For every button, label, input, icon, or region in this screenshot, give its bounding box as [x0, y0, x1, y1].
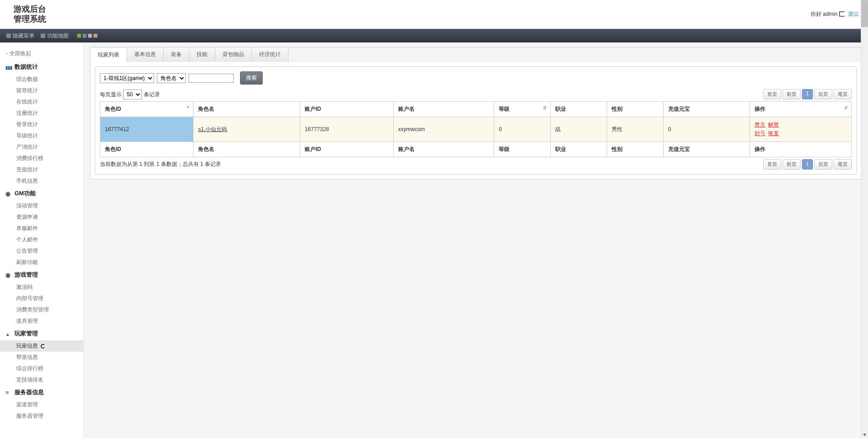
icon-user	[5, 330, 12, 337]
logout-link[interactable]: 退出	[848, 11, 859, 17]
cell-account-id: 16777328	[300, 117, 393, 142]
nav-item[interactable]: 玩家信息	[0, 340, 83, 352]
op-link[interactable]: 解禁	[768, 121, 779, 129]
table-header-row: 角色ID角色名账户ID账户名等级职业性别充值元宝操作	[100, 102, 852, 117]
op-link[interactable]: 封号	[755, 129, 765, 138]
record-info: 当前数据为从第 1 到第 1 条数据；总共有 1 条记录	[100, 160, 221, 168]
hide-menu-label: 隐藏菜单	[13, 32, 34, 40]
logo: 游戏后台 管理系统	[9, 5, 46, 24]
col-6[interactable]: 性别	[607, 102, 664, 117]
tab-4[interactable]: 背包物品	[215, 47, 252, 62]
nav-item[interactable]: 服务器管理	[0, 410, 83, 422]
nav-item[interactable]: 充值统计	[0, 164, 83, 175]
nav-item[interactable]: 刷新功能	[0, 257, 83, 268]
footer-col-5: 职业	[551, 142, 607, 157]
col-2[interactable]: 账户ID	[300, 102, 393, 117]
pager-first[interactable]: 首页	[763, 89, 781, 99]
nav-item[interactable]: 综合排行榜	[0, 363, 83, 374]
pager-first[interactable]: 首页	[763, 159, 781, 170]
pager-prev[interactable]: 前页	[783, 89, 801, 99]
hide-menu-link[interactable]: 隐藏菜单	[6, 32, 34, 40]
cell-role-name: s1.小仙元码	[193, 117, 300, 142]
col-3[interactable]: 账户名	[393, 102, 494, 117]
role-name-link[interactable]: s1.小仙元码	[198, 126, 227, 132]
pager-page-1[interactable]: 1	[802, 159, 813, 170]
col-4[interactable]: 等级	[494, 102, 551, 117]
table-controls-top: 每页显示 50 条记录 首页前页1后页尾页	[100, 89, 852, 99]
op-link[interactable]: 恢复	[768, 129, 779, 138]
tab-2[interactable]: 装备	[164, 47, 189, 62]
swatch-green[interactable]	[77, 33, 81, 38]
nav-item[interactable]: 留存统计	[0, 85, 83, 96]
key-select[interactable]: 角色名	[157, 73, 186, 83]
nav-item[interactable]: 活动管理	[0, 200, 83, 212]
nav-item[interactable]: 内部号管理	[0, 293, 83, 304]
col-1[interactable]: 角色名	[193, 102, 300, 117]
nav-item[interactable]: 等级统计	[0, 130, 83, 141]
greeting-prefix: 你好	[811, 11, 823, 17]
nav-group-3[interactable]: 玩家管理	[0, 327, 83, 340]
nav-group-2[interactable]: 游戏管理	[0, 268, 83, 282]
per-page-control: 每页显示 50 条记录	[100, 89, 160, 99]
tab-0[interactable]: 玩家列表	[90, 48, 127, 62]
nav-item[interactable]: 单服邮件	[0, 223, 83, 234]
nav-item[interactable]: 消费类型管理	[0, 304, 83, 316]
nav-group-0[interactable]: 数据统计	[0, 60, 83, 74]
nav-item[interactable]: 资源申请	[0, 212, 83, 223]
icon-wechat	[5, 190, 12, 197]
sitemap-label: 功能地图	[47, 32, 69, 40]
nav-item[interactable]: 公告管理	[0, 245, 83, 257]
tab-5[interactable]: 经济统计	[252, 47, 288, 62]
col-5[interactable]: 职业	[551, 102, 607, 117]
nav-group-title-label: 数据统计	[14, 63, 38, 71]
pager-last[interactable]: 尾页	[834, 159, 852, 170]
pager-next[interactable]: 后页	[814, 159, 832, 170]
nav-item[interactable]: 综合数据	[0, 74, 83, 85]
footer-col-3: 账户名	[393, 142, 494, 157]
swatch-salmon[interactable]	[93, 33, 98, 38]
collapse-all[interactable]: - 全部收起	[0, 47, 83, 60]
nav-group-4[interactable]: 服务器信息	[0, 386, 83, 399]
scroll-down-icon[interactable]: ▼	[861, 432, 868, 437]
col-8[interactable]: 操作	[750, 102, 852, 117]
server-select[interactable]: 1-双线1区(game)	[100, 73, 154, 83]
col-0[interactable]: 角色ID	[100, 102, 193, 117]
pager-last[interactable]: 尾页	[834, 89, 852, 99]
nav-item[interactable]: 在线统计	[0, 96, 83, 108]
table-controls-bottom: 当前数据为从第 1 到第 1 条数据；总共有 1 条记录 首页前页1后页尾页	[100, 159, 852, 170]
icon-server	[5, 389, 12, 396]
nav-group-title-label: 游戏管理	[14, 271, 38, 279]
search-input[interactable]	[189, 74, 234, 83]
pager-next[interactable]: 后页	[814, 89, 832, 99]
sitemap-link[interactable]: 功能地图	[41, 32, 69, 40]
tab-3[interactable]: 技能	[189, 47, 215, 62]
nav-item[interactable]: 道具管理	[0, 316, 83, 327]
nav-item[interactable]: 产消统计	[0, 141, 83, 153]
nav-group-1[interactable]: GM功能	[0, 187, 83, 200]
nav-item[interactable]: 激活码	[0, 282, 83, 293]
per-page-select[interactable]: 50	[123, 89, 142, 99]
scroll-thumb[interactable]	[861, 0, 868, 27]
pager-page-1[interactable]: 1	[802, 89, 813, 99]
nav-item[interactable]: 帮派信息	[0, 352, 83, 363]
nav-group-title-label: 服务器信息	[14, 388, 44, 396]
nav-item[interactable]: 登录统计	[0, 119, 83, 130]
tab-1[interactable]: 基本信息	[127, 47, 164, 62]
nav-item[interactable]: 个人邮件	[0, 234, 83, 245]
op-link[interactable]: 禁言	[755, 121, 765, 129]
swatch-gray[interactable]	[82, 33, 87, 38]
logo-line2: 管理系统	[14, 14, 46, 24]
pager-prev[interactable]: 前页	[783, 159, 801, 170]
nav-item[interactable]: 注册统计	[0, 108, 83, 119]
icon-wechat	[5, 272, 12, 278]
footer-col-7: 充值元宝	[663, 142, 750, 157]
nav-item[interactable]: 竞技场排名	[0, 374, 83, 386]
col-7[interactable]: 充值元宝	[663, 102, 750, 117]
nav-item[interactable]: 消费排行榜	[0, 153, 83, 164]
search-button[interactable]: 搜索	[240, 71, 263, 85]
nav-item[interactable]: 渠道管理	[0, 399, 83, 410]
table-row[interactable]: 16777412s1.小仙元码16777328xxymwcom0战男性0禁言解禁…	[100, 117, 852, 142]
nav-item[interactable]: 手机信息	[0, 175, 83, 187]
swatch-light[interactable]	[88, 33, 92, 38]
vertical-scrollbar[interactable]: ▲ ▼	[861, 0, 868, 438]
